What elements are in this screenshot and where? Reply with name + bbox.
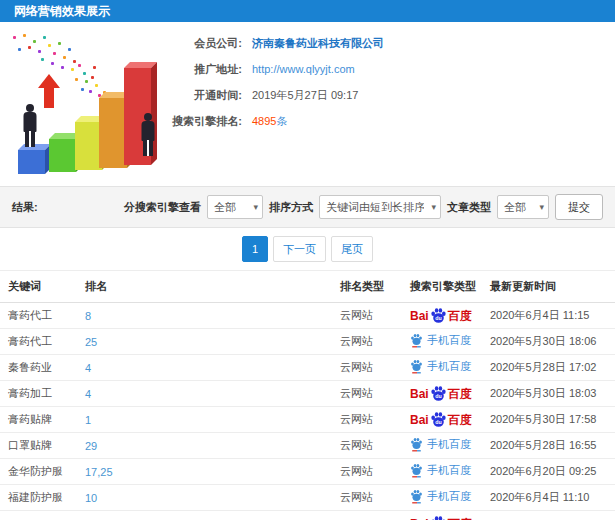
promo-url-label: 推广地址:	[170, 62, 242, 77]
engine-cell: 手机百度	[410, 463, 490, 480]
rank-link[interactable]: 4	[85, 362, 91, 374]
keyword-cell: 秦鲁药业	[8, 360, 85, 375]
company-info: 会员公司: 济南秦鲁药业科技有限公司 推广地址: http://www.qlyy…	[170, 30, 384, 134]
promo-url-row: 推广地址: http://www.qlyyjt.com	[170, 56, 384, 82]
baidu-logo: Bai du 百度	[410, 411, 472, 428]
date-cell: 2020年5月30日 17:58	[490, 412, 615, 427]
rank-type-cell: 云网站	[340, 464, 410, 479]
engine-filter-select[interactable]: 全部	[207, 195, 263, 219]
member-company-label: 会员公司:	[170, 36, 242, 51]
keyword-cell: 膏药加工	[8, 386, 85, 401]
rank-type-cell: 云网站	[340, 412, 410, 427]
date-cell: 2020年5月28日 16:55	[490, 438, 615, 453]
rank-link[interactable]: 1	[85, 414, 91, 426]
table-row: 膏药代工 8 云网站 Bai du 百度 2020年6月4日 11:15	[0, 303, 615, 329]
header-engine-type: 搜索引擎类型	[410, 279, 490, 294]
date-cell: 2020年6月4日 11:10	[490, 490, 615, 505]
table-row: 膏药代工 25 云网站 手机百度 2020年5月30日 18:06	[0, 329, 615, 355]
engine-cell: Bai du 百度	[410, 385, 490, 402]
open-time-row: 开通时间: 2019年5月27日 09:17	[170, 82, 384, 108]
engine-cell: Bai du 百度	[410, 411, 490, 428]
date-cell: 2020年5月30日 18:03	[490, 386, 615, 401]
keyword-cell: 膏药代工	[8, 308, 85, 323]
table-header-row: 关键词 排名 排名类型 搜索引擎类型 最新更新时间	[0, 270, 615, 303]
ranking-count-row: 搜索引擎排名: 4895条	[170, 108, 384, 134]
baidu-paw-icon: du	[430, 307, 447, 324]
date-cell: 2020年5月30日 18:06	[490, 334, 615, 349]
info-section: 会员公司: 济南秦鲁药业科技有限公司 推广地址: http://www.qlyy…	[0, 22, 615, 186]
table-row: Bai du 百度	[0, 511, 615, 520]
clipart-bar-orange	[99, 98, 127, 168]
sort-filter-select[interactable]: 关键词由短到长排序	[319, 195, 441, 219]
mobile-baidu-icon: 手机百度	[410, 463, 471, 478]
table-row: 福建防护服 10 云网站 手机百度 2020年6月4日 11:10	[0, 485, 615, 511]
mobile-baidu-paw-icon	[410, 437, 423, 452]
filter-bar: 结果: 分搜索引擎查看 全部 排序方式 关键词由短到长排序 文章类型 全部 提交	[0, 186, 615, 228]
engine-cell: 手机百度	[410, 333, 490, 350]
type-filter-select[interactable]: 全部	[497, 195, 549, 219]
rank-link[interactable]: 10	[85, 492, 97, 504]
date-cell: 2020年5月28日 17:02	[490, 360, 615, 375]
ranking-count-label: 搜索引擎排名:	[170, 114, 242, 129]
member-company-value[interactable]: 济南秦鲁药业科技有限公司	[252, 36, 384, 51]
engine-cell: 手机百度	[410, 489, 490, 506]
baidu-logo: Bai du 百度	[410, 385, 472, 402]
baidu-logo: Bai du 百度	[410, 307, 472, 324]
mobile-baidu-paw-icon	[410, 463, 423, 478]
header-rank: 排名	[85, 279, 340, 294]
open-time-label: 开通时间:	[170, 88, 242, 103]
member-company-row: 会员公司: 济南秦鲁药业科技有限公司	[170, 30, 384, 56]
page-1-button[interactable]: 1	[242, 236, 268, 262]
keyword-cell: 膏药贴牌	[8, 412, 85, 427]
engine-cell: Bai du 百度	[410, 515, 490, 520]
result-label: 结果:	[12, 200, 38, 215]
mobile-baidu-paw-icon	[410, 359, 423, 374]
page-title: 网络营销效果展示	[0, 0, 615, 22]
baidu-paw-icon: du	[430, 385, 447, 402]
header-update-time: 最新更新时间	[490, 279, 615, 294]
rank-link[interactable]: 17,25	[85, 466, 113, 478]
baidu-paw-icon: du	[430, 411, 447, 428]
table-row: 口罩贴牌 29 云网站 手机百度 2020年5月28日 16:55	[0, 433, 615, 459]
title-bar: 网络营销效果展示	[0, 0, 615, 22]
rank-link[interactable]: 8	[85, 310, 91, 322]
page: 网络营销效果展示 会员公司: 济南秦鲁药业科技有限公司 推广地址: http:/…	[0, 0, 615, 520]
mobile-baidu-icon: 手机百度	[410, 489, 471, 504]
rank-type-cell: 云网站	[340, 334, 410, 349]
growth-arrow-icon	[38, 74, 60, 108]
promo-url-link[interactable]: http://www.qlyyjt.com	[252, 63, 355, 75]
table-row: 膏药加工 4 云网站 Bai du 百度 2020年5月30日 18:03	[0, 381, 615, 407]
pagination: 1 下一页 尾页	[0, 228, 615, 270]
rank-type-cell: 云网站	[340, 386, 410, 401]
last-page-button[interactable]: 尾页	[331, 236, 373, 262]
clipart-bar-blue	[18, 150, 45, 174]
mobile-baidu-icon: 手机百度	[410, 333, 471, 348]
engine-cell: Bai du 百度	[410, 307, 490, 324]
open-time-value: 2019年5月27日 09:17	[252, 88, 358, 103]
businessman-figure-left	[22, 104, 38, 148]
mobile-baidu-paw-icon	[410, 333, 423, 348]
table-row: 金华防护服 17,25 云网站 手机百度 2020年6月20日 09:25	[0, 459, 615, 485]
rankings-table: 关键词 排名 排名类型 搜索引擎类型 最新更新时间 膏药代工 8 云网站 Bai…	[0, 270, 615, 520]
svg-text:du: du	[435, 419, 441, 425]
clipart-bar-yellow	[75, 122, 102, 170]
date-cell: 2020年6月4日 11:15	[490, 308, 615, 323]
engine-filter-label: 分搜索引擎查看	[124, 200, 201, 215]
svg-text:du: du	[435, 315, 441, 321]
rank-link[interactable]: 25	[85, 336, 97, 348]
keyword-cell: 金华防护服	[8, 464, 85, 479]
keyword-cell: 福建防护服	[8, 490, 85, 505]
rank-link[interactable]: 29	[85, 440, 97, 452]
clipart-bar-green	[49, 139, 76, 172]
table-body: 膏药代工 8 云网站 Bai du 百度 2020年6月4日 11:15 膏药代…	[0, 303, 615, 520]
rank-type-cell: 云网站	[340, 438, 410, 453]
rank-type-cell: 云网站	[340, 360, 410, 375]
rank-link[interactable]: 4	[85, 388, 91, 400]
submit-button[interactable]: 提交	[555, 194, 603, 220]
next-page-button[interactable]: 下一页	[273, 236, 326, 262]
table-row: 秦鲁药业 4 云网站 手机百度 2020年5月28日 17:02	[0, 355, 615, 381]
filter-controls: 分搜索引擎查看 全部 排序方式 关键词由短到长排序 文章类型 全部 提交	[124, 194, 603, 220]
baidu-paw-icon: du	[430, 515, 447, 520]
businessman-figure-right	[140, 113, 156, 159]
baidu-logo: Bai du 百度	[410, 515, 472, 520]
